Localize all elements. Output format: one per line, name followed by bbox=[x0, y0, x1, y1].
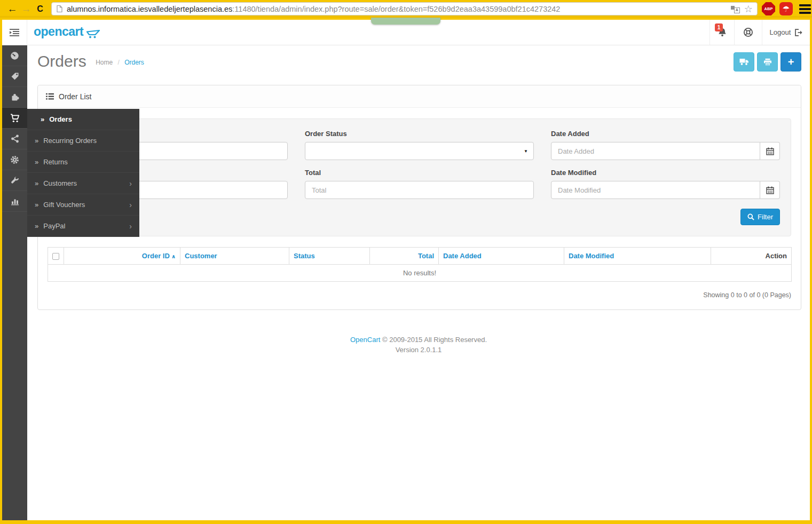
filter-well: Order Status ▼ Total Date Added bbox=[48, 118, 791, 236]
total-input[interactable] bbox=[305, 181, 534, 199]
sort-order-id[interactable]: Order ID bbox=[142, 252, 170, 260]
notification-badge: 1 bbox=[715, 23, 723, 31]
logout-label: Logout bbox=[770, 28, 791, 36]
submenu-item-orders[interactable]: » Orders bbox=[27, 109, 139, 130]
gear-icon bbox=[10, 155, 19, 164]
sidebar bbox=[2, 45, 27, 520]
order-status-select[interactable]: ▼ bbox=[305, 142, 534, 160]
sidebar-item-tools[interactable] bbox=[2, 170, 27, 191]
submenu-item-gift-vouchers[interactable]: » Gift Vouchers › bbox=[27, 194, 139, 216]
double-chevron-icon: » bbox=[35, 222, 38, 230]
filter-button[interactable]: Filter bbox=[740, 209, 780, 225]
chevron-right-icon: › bbox=[129, 222, 132, 231]
submenu-label: Gift Vouchers bbox=[43, 201, 85, 209]
url-text[interactable]: alumnos.informatica.iesvalledeljerteplas… bbox=[67, 5, 731, 13]
breadcrumb-home[interactable]: Home bbox=[96, 59, 113, 66]
footer: OpenCart © 2009-2015 All Rights Reserved… bbox=[27, 335, 810, 355]
bookmark-star-icon[interactable]: ☆ bbox=[744, 5, 753, 13]
opencart-logo[interactable]: opencart bbox=[34, 25, 100, 38]
bar-chart-icon bbox=[11, 197, 19, 205]
avira-extension-icon[interactable]: ☂ bbox=[779, 2, 793, 15]
table-empty-row: No results! bbox=[48, 265, 792, 282]
double-chevron-icon: » bbox=[35, 201, 38, 209]
date-modified-input[interactable] bbox=[551, 181, 760, 199]
footer-version: Version 2.0.1.1 bbox=[27, 345, 810, 355]
sidebar-toggle-button[interactable] bbox=[2, 20, 27, 45]
date-modified-label: Date Modified bbox=[551, 169, 780, 177]
sidebar-item-catalog[interactable] bbox=[2, 66, 27, 87]
sidebar-item-sales[interactable] bbox=[2, 108, 27, 129]
wrench-icon bbox=[11, 176, 19, 185]
browser-chrome: ← → C alumnos.informatica.iesvalledeljer… bbox=[0, 0, 812, 18]
submenu-item-returns[interactable]: » Returns bbox=[27, 152, 139, 173]
date-added-label: Date Added bbox=[551, 130, 780, 138]
sidebar-item-system[interactable] bbox=[2, 149, 27, 170]
sort-total[interactable]: Total bbox=[418, 252, 434, 260]
order-status-label: Order Status bbox=[305, 130, 534, 138]
life-ring-icon bbox=[743, 27, 753, 37]
address-bar[interactable]: alumnos.informatica.iesvalledeljerteplas… bbox=[51, 2, 758, 15]
chevron-right-icon: › bbox=[129, 179, 132, 188]
list-icon bbox=[46, 93, 54, 100]
opencart-admin-window: opencart 1 Logou bbox=[2, 20, 810, 520]
submenu-label: Returns bbox=[43, 158, 68, 166]
translate-icon[interactable]: A bbox=[731, 5, 740, 13]
order-list-panel: Order List Order Status bbox=[37, 85, 801, 310]
browser-forward-button[interactable]: → bbox=[19, 0, 33, 18]
no-results-text: No results! bbox=[48, 265, 792, 282]
panel-heading: Order List bbox=[38, 85, 801, 108]
double-chevron-icon: » bbox=[41, 115, 44, 123]
main-content: Orders Home / Orders bbox=[27, 45, 810, 520]
sort-status[interactable]: Status bbox=[294, 252, 315, 260]
footer-opencart-link[interactable]: OpenCart bbox=[350, 336, 380, 344]
date-added-calendar-button[interactable] bbox=[760, 142, 780, 160]
printer-icon bbox=[763, 58, 772, 66]
shipping-list-button[interactable] bbox=[734, 52, 754, 72]
adblock-extension-icon[interactable]: ABP bbox=[762, 2, 775, 15]
sort-date-added[interactable]: Date Added bbox=[443, 252, 482, 260]
table-header-row: Order ID∧ Customer Status Total Date Add… bbox=[48, 248, 792, 265]
submenu-item-recurring-orders[interactable]: » Recurring Orders bbox=[27, 130, 139, 152]
date-modified-calendar-button[interactable] bbox=[760, 181, 780, 199]
total-label: Total bbox=[305, 169, 534, 177]
notifications-button[interactable]: 1 bbox=[709, 20, 734, 45]
pagination-summary: Showing 0 to 0 of 0 (0 Pages) bbox=[48, 291, 791, 299]
action-column-header: Action bbox=[766, 252, 787, 260]
puzzle-icon bbox=[11, 93, 19, 101]
browser-back-button[interactable]: ← bbox=[5, 0, 19, 18]
date-added-input[interactable] bbox=[551, 142, 760, 160]
orders-table: Order ID∧ Customer Status Total Date Add… bbox=[48, 247, 792, 282]
help-button[interactable] bbox=[734, 20, 762, 45]
page-doc-icon bbox=[56, 5, 63, 13]
browser-reload-button[interactable]: C bbox=[33, 0, 47, 18]
sidebar-item-reports[interactable] bbox=[2, 191, 27, 212]
calendar-icon bbox=[766, 147, 774, 155]
logout-button[interactable]: Logout bbox=[762, 20, 810, 45]
select-all-checkbox[interactable] bbox=[52, 253, 59, 260]
panel-heading-label: Order List bbox=[59, 92, 91, 101]
search-icon bbox=[747, 213, 754, 220]
sidebar-item-marketing[interactable] bbox=[2, 129, 27, 149]
breadcrumb-orders[interactable]: Orders bbox=[124, 59, 144, 66]
chevron-right-icon: › bbox=[129, 201, 132, 209]
page-title: Orders bbox=[37, 52, 86, 70]
sort-date-modified[interactable]: Date Modified bbox=[569, 252, 614, 260]
browser-menu-icon[interactable] bbox=[799, 4, 811, 14]
logo-text: opencart bbox=[34, 25, 83, 38]
print-invoice-button[interactable] bbox=[757, 52, 778, 72]
double-chevron-icon: » bbox=[35, 158, 38, 166]
sort-asc-icon: ∧ bbox=[171, 253, 176, 259]
plus-icon: + bbox=[788, 57, 794, 67]
sidebar-item-dashboard[interactable] bbox=[2, 45, 27, 66]
cart-logo-icon bbox=[86, 29, 100, 38]
tag-icon bbox=[11, 72, 19, 81]
sort-customer[interactable]: Customer bbox=[185, 252, 217, 260]
logout-icon bbox=[794, 29, 802, 36]
submenu-item-paypal[interactable]: » PayPal › bbox=[27, 216, 139, 237]
sidebar-item-extensions[interactable] bbox=[2, 87, 27, 108]
add-order-button[interactable]: + bbox=[781, 52, 801, 72]
submenu-item-customers[interactable]: » Customers › bbox=[27, 173, 139, 194]
indent-icon bbox=[10, 29, 19, 36]
calendar-icon bbox=[766, 186, 774, 194]
sales-submenu: » Orders » Recurring Orders » Returns » … bbox=[27, 109, 139, 237]
